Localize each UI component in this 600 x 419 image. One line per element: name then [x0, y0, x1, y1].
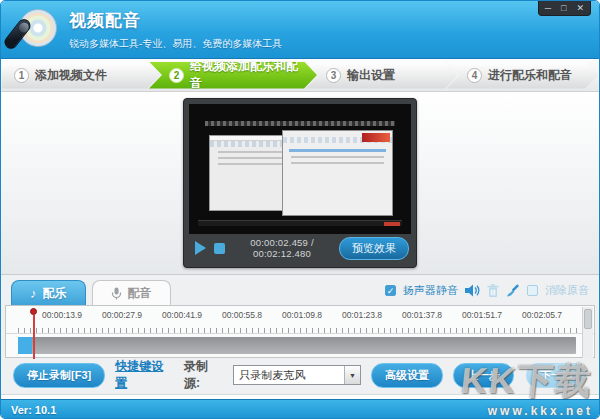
hotkey-settings-link[interactable]: 快捷键设置 — [115, 358, 174, 392]
step-2[interactable]: 2给视频添加配乐和配音 — [149, 62, 317, 89]
ruler-time-label: 00:01:51.7 — [452, 310, 512, 320]
app-window: 视频配音 锐动多媒体工具-专业、易用、免费的多媒体工具 ─ □ ✕ 1添加视频文… — [0, 0, 600, 419]
advanced-settings-button[interactable]: 高级设置 — [371, 363, 443, 388]
title-bar: 视频配音 锐动多媒体工具-专业、易用、免费的多媒体工具 ─ □ ✕ — [1, 1, 599, 59]
ruler-time-label: 00:02:05.7 — [512, 310, 572, 320]
microphone-icon — [111, 287, 122, 300]
tab-music-label: 配乐 — [43, 285, 67, 302]
ruler-time-label: 00:01:23.8 — [332, 310, 392, 320]
speaker-mute-label[interactable]: 扬声器静音 — [403, 283, 458, 298]
ruler-time-label: 00:01:37.8 — [392, 310, 452, 320]
stop-record-button[interactable]: 停止录制[F3] — [13, 363, 105, 388]
step-label: 给视频添加配乐和配音 — [190, 58, 309, 92]
music-note-icon: ♪ — [30, 286, 37, 301]
remove-original-checkbox[interactable]: ✓ — [527, 285, 538, 296]
audio-tools: ✓ 扬声器静音 ✓ 消除原音 — [385, 283, 589, 298]
player-controls: 00:00:02.459 / 00:02:12.480 预览效果 — [189, 234, 411, 262]
ruler-ticks — [18, 328, 582, 333]
record-controls: 停止录制[F3] 快捷键设置 录制源: 只录制麦克风 ▼ 高级设置 上一步 下一… — [5, 358, 595, 392]
record-source-select[interactable]: 只录制麦克风 ▼ — [233, 365, 361, 385]
step-4[interactable]: 4进行配乐和配音 — [447, 62, 598, 89]
ruler-time-label: 00:00:13.9 — [32, 310, 92, 320]
step-3[interactable]: 3输出设置 — [306, 62, 458, 89]
preview-effect-button[interactable]: 预览效果 — [339, 237, 409, 260]
version-text: Ver: 10.1 — [11, 404, 56, 416]
tab-row: ♪ 配乐 配音 ✓ 扬声器静音 — [5, 278, 595, 305]
step-number: 2 — [169, 68, 184, 83]
speaker-mute-checkbox[interactable]: ✓ — [385, 285, 396, 296]
video-thumbnail[interactable] — [189, 104, 411, 234]
step-1[interactable]: 1添加视频文件 — [2, 62, 160, 89]
step-bar: 1添加视频文件2给视频添加配乐和配音3输出设置4进行配乐和配音 — [1, 59, 599, 92]
step-label: 输出设置 — [347, 67, 395, 84]
record-source-value: 只录制麦克风 — [234, 368, 344, 383]
remove-original-label[interactable]: 消除原音 — [545, 283, 589, 298]
step-label: 添加视频文件 — [35, 67, 107, 84]
ruler-time-label: 00:00:41.9 — [152, 310, 212, 320]
timeline-ruler-labels: 00:00:13.900:00:27.900:00:41.900:00:55.8… — [6, 306, 594, 320]
tab-dubbing[interactable]: 配音 — [92, 280, 171, 305]
ruler-time-label: 00:00:27.9 — [92, 310, 152, 320]
chevron-down-icon: ▼ — [344, 366, 360, 384]
step-number: 1 — [14, 68, 29, 83]
app-logo-icon — [9, 7, 59, 53]
audio-panel: ♪ 配乐 配音 ✓ 扬声器静音 — [1, 274, 599, 394]
playhead[interactable] — [30, 308, 38, 358]
app-title: 视频配音 — [69, 9, 282, 32]
tab-music[interactable]: ♪ 配乐 — [11, 280, 86, 305]
close-icon[interactable]: ✕ — [576, 2, 584, 15]
minimize-icon[interactable]: ─ — [545, 2, 551, 15]
app-subtitle: 锐动多媒体工具-专业、易用、免费的多媒体工具 — [69, 37, 282, 51]
timeline-scrollbar[interactable] — [582, 307, 593, 358]
delete-icon[interactable] — [487, 284, 499, 298]
timeline-ruler[interactable]: 00:00:13.900:00:27.900:00:41.900:00:55.8… — [6, 306, 594, 334]
playback-time: 00:00:02.459 / 00:02:12.480 — [233, 237, 331, 259]
video-player-panel: 00:00:02.459 / 00:02:12.480 预览效果 — [183, 98, 417, 268]
step-number: 4 — [467, 68, 482, 83]
window-controls: ─ □ ✕ — [538, 1, 591, 16]
step-number: 3 — [326, 68, 341, 83]
speaker-icon[interactable] — [465, 284, 480, 297]
prev-step-button[interactable]: 上一步 — [453, 363, 514, 388]
play-icon[interactable] — [195, 241, 206, 255]
maximize-icon[interactable]: □ — [561, 2, 566, 15]
status-bar: Ver: 10.1 — [1, 399, 599, 419]
record-source-label: 录制源: — [184, 358, 223, 392]
ruler-time-label: 00:01:09.8 — [272, 310, 332, 320]
step-label: 进行配乐和配音 — [488, 67, 572, 84]
tab-dubbing-label: 配音 — [128, 285, 152, 302]
audio-track[interactable] — [18, 337, 576, 354]
stop-icon[interactable] — [214, 243, 225, 254]
ruler-time-label: 00:00:55.8 — [212, 310, 272, 320]
timeline[interactable]: 00:00:13.900:00:27.900:00:41.900:00:55.8… — [5, 305, 595, 358]
clean-brush-icon[interactable] — [506, 284, 520, 298]
main-area: 00:00:02.459 / 00:02:12.480 预览效果 — [1, 92, 599, 274]
next-step-button[interactable]: 下一步 — [526, 363, 587, 388]
